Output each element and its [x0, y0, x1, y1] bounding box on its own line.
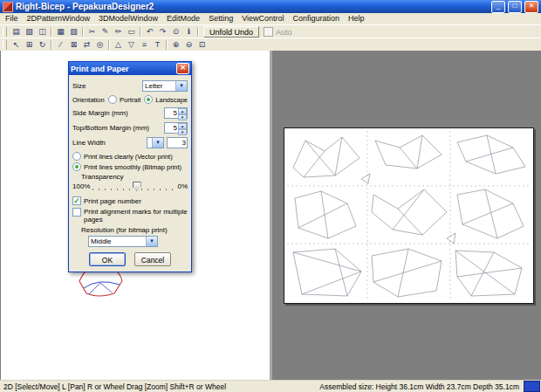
- resolution-select[interactable]: Middle ▼: [88, 236, 158, 247]
- toolbar-grip[interactable]: [3, 27, 7, 37]
- toolbar-separator: [51, 27, 52, 37]
- line-style-icon[interactable]: ≡: [138, 39, 151, 51]
- select-arrow-icon[interactable]: ↖: [10, 39, 23, 51]
- join-edge-icon[interactable]: ⊠: [67, 39, 80, 51]
- bitmap-print-radio[interactable]: [72, 162, 81, 171]
- ok-button[interactable]: OK: [89, 252, 126, 266]
- unfolded-pattern-graphic: [284, 128, 533, 303]
- spin-down-icon[interactable]: ▼: [178, 114, 187, 120]
- pencil-icon[interactable]: ✏: [112, 26, 125, 38]
- maximize-button[interactable]: □: [508, 1, 522, 13]
- close-button[interactable]: ✕: [524, 1, 538, 13]
- save-icon[interactable]: ◫: [36, 26, 49, 38]
- toolbar-separator: [166, 40, 168, 50]
- auto-option: Auto: [264, 27, 292, 37]
- paper-size-value: Letter: [145, 82, 162, 90]
- app-icon: [3, 2, 13, 12]
- portrait-radio[interactable]: [108, 95, 117, 104]
- toolbar-grip[interactable]: [3, 40, 7, 50]
- add-flap-icon[interactable]: △: [112, 39, 125, 51]
- line-width-stepper[interactable]: 3: [167, 137, 188, 148]
- alignment-marks-checkbox[interactable]: [72, 208, 81, 217]
- transparency-min-label: 100%: [72, 182, 90, 190]
- chevron-down-icon: ▼: [152, 138, 163, 148]
- info-icon[interactable]: ℹ: [182, 26, 195, 38]
- line-width-label: Line Width: [72, 139, 106, 147]
- transparency-slider[interactable]: [92, 182, 175, 191]
- check-icon: ✓: [73, 196, 80, 205]
- menu-3d-model-window[interactable]: 3DModelWindow: [94, 13, 162, 24]
- side-margin-stepper[interactable]: 5 ▲ ▼: [164, 107, 188, 119]
- toolbar-separator: [82, 27, 84, 37]
- menu-file[interactable]: File: [1, 13, 23, 24]
- eraser-icon[interactable]: ▭: [125, 26, 138, 38]
- cut-icon[interactable]: ✂: [86, 26, 99, 38]
- dialog-title-bar[interactable]: Print and Paper ✕: [69, 62, 191, 75]
- app-window: Right-Bicep - PepakuraDesigner2 _ □ ✕ Fi…: [0, 0, 541, 392]
- paper-size-select[interactable]: Letter ▼: [142, 80, 188, 92]
- side-margin-label: Side Margin (mm): [72, 109, 128, 117]
- edit-flap-icon[interactable]: ▽: [125, 39, 138, 51]
- portrait-label: Portrait: [120, 96, 140, 104]
- text-icon[interactable]: T: [151, 39, 164, 51]
- pattern-view-pane[interactable]: [272, 51, 541, 381]
- redo-icon[interactable]: ↷: [156, 26, 169, 38]
- toolbar-separator: [197, 27, 199, 37]
- toolbar-separator: [51, 40, 52, 50]
- print-page-number-checkbox[interactable]: ✓: [72, 196, 81, 205]
- minimize-button[interactable]: _: [491, 1, 505, 13]
- top-bottom-margin-value: 5: [165, 123, 178, 133]
- menu-view-control[interactable]: ViewControl: [237, 13, 288, 24]
- status-hint-text: 2D [Select/Move] L [Pan] R or Wheel Drag…: [0, 382, 229, 391]
- texture-icon[interactable]: ▨: [67, 26, 80, 38]
- divide-edge-icon[interactable]: ∕: [54, 39, 67, 51]
- dialog-body: Size Letter ▼ Orientation Portrait Lands…: [69, 75, 191, 272]
- undo-icon[interactable]: ↶: [143, 26, 156, 38]
- auto-checkbox[interactable]: [264, 27, 273, 37]
- menu-setting[interactable]: Setting: [204, 13, 237, 24]
- spin-down-icon[interactable]: ▼: [178, 129, 187, 135]
- chevron-down-icon: ▼: [146, 237, 157, 246]
- vector-print-label: Print lines clearly (Vector print): [84, 153, 173, 161]
- new-file-icon[interactable]: ▤: [10, 26, 23, 38]
- open-file-icon[interactable]: ▧: [23, 26, 36, 38]
- cancel-button[interactable]: Cancel: [134, 252, 171, 266]
- unfold-undo-button[interactable]: Unfold Undo: [203, 26, 259, 38]
- zoom-out-icon[interactable]: ⊖: [182, 39, 195, 51]
- menu-bar: File 2DPatternWindow 3DModelWindow EditM…: [0, 13, 541, 24]
- line-width-value: 3: [168, 138, 187, 148]
- print-page-number-label: Print page number: [84, 197, 141, 205]
- vector-print-radio[interactable]: [72, 152, 81, 161]
- box-select-icon[interactable]: ⊞: [23, 39, 36, 51]
- menu-edit-mode[interactable]: EditMode: [162, 13, 204, 24]
- settings-icon[interactable]: ⊙: [169, 26, 182, 38]
- print-icon[interactable]: ▦: [54, 26, 67, 38]
- zoom-fit-icon[interactable]: ⊡: [195, 39, 209, 51]
- print-and-paper-dialog: Print and Paper ✕ Size Letter ▼ Orientat…: [68, 61, 192, 272]
- edit-toolbar: ↖ ⊞ ↻ ∕ ⊠ ⇄ ◎ △ ▽ ≡ T ⊕ ⊖ ⊡: [0, 38, 541, 52]
- spin-up-icon[interactable]: ▲: [178, 123, 187, 129]
- slider-thumb[interactable]: [133, 182, 141, 191]
- pen-icon[interactable]: ✎: [99, 26, 112, 38]
- size-label: Size: [72, 82, 86, 90]
- client-area: Print and Paper ✕ Size Letter ▼ Orientat…: [0, 51, 541, 381]
- menu-help[interactable]: Help: [344, 13, 369, 24]
- rotate-part-icon[interactable]: ↻: [36, 39, 49, 51]
- status-bar: 2D [Select/Move] L [Pan] R or Wheel Drag…: [0, 380, 541, 392]
- line-width-select[interactable]: ▼: [147, 137, 164, 148]
- bitmap-print-label: Print lines smoothly (Bitmap print): [84, 163, 181, 171]
- page-preview[interactable]: [284, 127, 534, 304]
- menu-2d-pattern-window[interactable]: 2DPatternWindow: [23, 13, 95, 24]
- dialog-close-icon[interactable]: ✕: [176, 63, 189, 74]
- transparency-label: Transparency: [81, 173, 124, 181]
- resolution-label: Resolution (for bitmap print): [81, 226, 168, 234]
- match-face-icon[interactable]: ◎: [93, 39, 106, 51]
- dialog-title: Print and Paper: [71, 65, 176, 73]
- landscape-radio[interactable]: [144, 95, 153, 104]
- flip-part-icon[interactable]: ⇄: [80, 39, 93, 51]
- zoom-in-icon[interactable]: ⊕: [169, 39, 182, 51]
- top-bottom-margin-stepper[interactable]: 5 ▲ ▼: [164, 122, 188, 134]
- auto-label: Auto: [276, 28, 292, 37]
- spin-up-icon[interactable]: ▲: [178, 108, 187, 114]
- menu-configuration[interactable]: Configuration: [289, 13, 345, 24]
